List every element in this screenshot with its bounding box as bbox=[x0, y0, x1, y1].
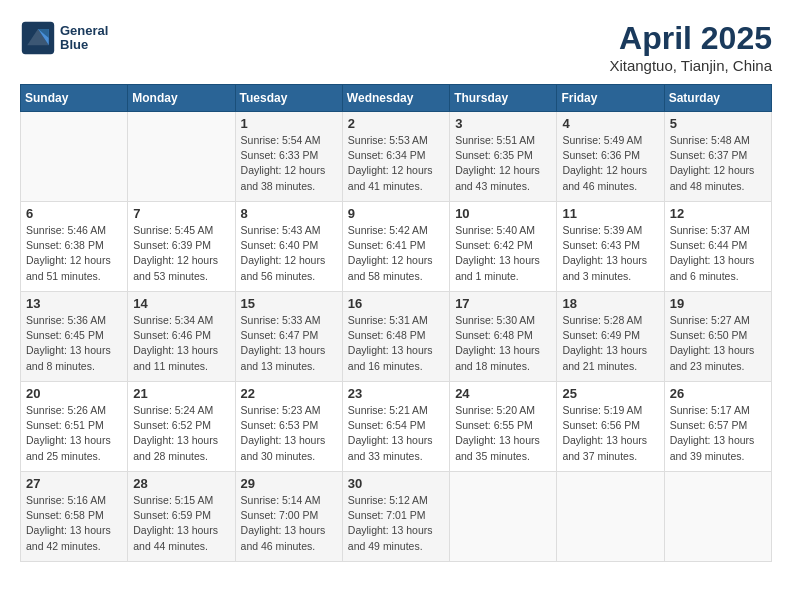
day-number: 5 bbox=[670, 116, 766, 131]
logo-icon bbox=[20, 20, 56, 56]
weekday-header: Tuesday bbox=[235, 85, 342, 112]
page-header: General Blue April 2025 Xitangtuo, Tianj… bbox=[20, 20, 772, 74]
day-number: 6 bbox=[26, 206, 122, 221]
calendar-cell: 4Sunrise: 5:49 AM Sunset: 6:36 PM Daylig… bbox=[557, 112, 664, 202]
weekday-header: Sunday bbox=[21, 85, 128, 112]
day-info: Sunrise: 5:43 AM Sunset: 6:40 PM Dayligh… bbox=[241, 223, 337, 284]
day-info: Sunrise: 5:51 AM Sunset: 6:35 PM Dayligh… bbox=[455, 133, 551, 194]
calendar-cell: 12Sunrise: 5:37 AM Sunset: 6:44 PM Dayli… bbox=[664, 202, 771, 292]
calendar-cell: 27Sunrise: 5:16 AM Sunset: 6:58 PM Dayli… bbox=[21, 472, 128, 562]
calendar-cell: 6Sunrise: 5:46 AM Sunset: 6:38 PM Daylig… bbox=[21, 202, 128, 292]
day-number: 13 bbox=[26, 296, 122, 311]
day-number: 19 bbox=[670, 296, 766, 311]
calendar-cell: 20Sunrise: 5:26 AM Sunset: 6:51 PM Dayli… bbox=[21, 382, 128, 472]
day-number: 1 bbox=[241, 116, 337, 131]
day-number: 17 bbox=[455, 296, 551, 311]
day-number: 22 bbox=[241, 386, 337, 401]
logo-line2: Blue bbox=[60, 38, 108, 52]
calendar-week-row: 6Sunrise: 5:46 AM Sunset: 6:38 PM Daylig… bbox=[21, 202, 772, 292]
day-number: 27 bbox=[26, 476, 122, 491]
calendar-cell: 13Sunrise: 5:36 AM Sunset: 6:45 PM Dayli… bbox=[21, 292, 128, 382]
day-number: 10 bbox=[455, 206, 551, 221]
title-block: April 2025 Xitangtuo, Tianjin, China bbox=[609, 20, 772, 74]
calendar-cell: 30Sunrise: 5:12 AM Sunset: 7:01 PM Dayli… bbox=[342, 472, 449, 562]
day-number: 8 bbox=[241, 206, 337, 221]
day-info: Sunrise: 5:34 AM Sunset: 6:46 PM Dayligh… bbox=[133, 313, 229, 374]
calendar-cell bbox=[128, 112, 235, 202]
weekday-header-row: SundayMondayTuesdayWednesdayThursdayFrid… bbox=[21, 85, 772, 112]
day-info: Sunrise: 5:24 AM Sunset: 6:52 PM Dayligh… bbox=[133, 403, 229, 464]
calendar-cell: 23Sunrise: 5:21 AM Sunset: 6:54 PM Dayli… bbox=[342, 382, 449, 472]
calendar-cell: 24Sunrise: 5:20 AM Sunset: 6:55 PM Dayli… bbox=[450, 382, 557, 472]
calendar-cell: 21Sunrise: 5:24 AM Sunset: 6:52 PM Dayli… bbox=[128, 382, 235, 472]
day-info: Sunrise: 5:53 AM Sunset: 6:34 PM Dayligh… bbox=[348, 133, 444, 194]
day-info: Sunrise: 5:26 AM Sunset: 6:51 PM Dayligh… bbox=[26, 403, 122, 464]
day-info: Sunrise: 5:19 AM Sunset: 6:56 PM Dayligh… bbox=[562, 403, 658, 464]
day-number: 16 bbox=[348, 296, 444, 311]
calendar-cell: 10Sunrise: 5:40 AM Sunset: 6:42 PM Dayli… bbox=[450, 202, 557, 292]
calendar-cell bbox=[557, 472, 664, 562]
logo-text: General Blue bbox=[60, 24, 108, 53]
day-number: 29 bbox=[241, 476, 337, 491]
calendar-week-row: 27Sunrise: 5:16 AM Sunset: 6:58 PM Dayli… bbox=[21, 472, 772, 562]
day-number: 9 bbox=[348, 206, 444, 221]
day-number: 2 bbox=[348, 116, 444, 131]
day-info: Sunrise: 5:45 AM Sunset: 6:39 PM Dayligh… bbox=[133, 223, 229, 284]
calendar-cell bbox=[21, 112, 128, 202]
calendar-cell bbox=[450, 472, 557, 562]
logo: General Blue bbox=[20, 20, 108, 56]
calendar-cell: 28Sunrise: 5:15 AM Sunset: 6:59 PM Dayli… bbox=[128, 472, 235, 562]
day-info: Sunrise: 5:20 AM Sunset: 6:55 PM Dayligh… bbox=[455, 403, 551, 464]
day-number: 15 bbox=[241, 296, 337, 311]
day-number: 4 bbox=[562, 116, 658, 131]
day-info: Sunrise: 5:40 AM Sunset: 6:42 PM Dayligh… bbox=[455, 223, 551, 284]
weekday-header: Wednesday bbox=[342, 85, 449, 112]
day-info: Sunrise: 5:16 AM Sunset: 6:58 PM Dayligh… bbox=[26, 493, 122, 554]
day-info: Sunrise: 5:12 AM Sunset: 7:01 PM Dayligh… bbox=[348, 493, 444, 554]
day-number: 3 bbox=[455, 116, 551, 131]
calendar-cell: 7Sunrise: 5:45 AM Sunset: 6:39 PM Daylig… bbox=[128, 202, 235, 292]
month-title: April 2025 bbox=[609, 20, 772, 57]
calendar-table: SundayMondayTuesdayWednesdayThursdayFrid… bbox=[20, 84, 772, 562]
day-info: Sunrise: 5:28 AM Sunset: 6:49 PM Dayligh… bbox=[562, 313, 658, 374]
day-info: Sunrise: 5:15 AM Sunset: 6:59 PM Dayligh… bbox=[133, 493, 229, 554]
calendar-cell: 2Sunrise: 5:53 AM Sunset: 6:34 PM Daylig… bbox=[342, 112, 449, 202]
day-info: Sunrise: 5:14 AM Sunset: 7:00 PM Dayligh… bbox=[241, 493, 337, 554]
calendar-cell: 25Sunrise: 5:19 AM Sunset: 6:56 PM Dayli… bbox=[557, 382, 664, 472]
calendar-cell: 29Sunrise: 5:14 AM Sunset: 7:00 PM Dayli… bbox=[235, 472, 342, 562]
day-info: Sunrise: 5:48 AM Sunset: 6:37 PM Dayligh… bbox=[670, 133, 766, 194]
day-info: Sunrise: 5:54 AM Sunset: 6:33 PM Dayligh… bbox=[241, 133, 337, 194]
calendar-cell: 3Sunrise: 5:51 AM Sunset: 6:35 PM Daylig… bbox=[450, 112, 557, 202]
calendar-cell: 14Sunrise: 5:34 AM Sunset: 6:46 PM Dayli… bbox=[128, 292, 235, 382]
calendar-cell: 16Sunrise: 5:31 AM Sunset: 6:48 PM Dayli… bbox=[342, 292, 449, 382]
day-info: Sunrise: 5:21 AM Sunset: 6:54 PM Dayligh… bbox=[348, 403, 444, 464]
day-number: 28 bbox=[133, 476, 229, 491]
calendar-cell: 9Sunrise: 5:42 AM Sunset: 6:41 PM Daylig… bbox=[342, 202, 449, 292]
day-info: Sunrise: 5:39 AM Sunset: 6:43 PM Dayligh… bbox=[562, 223, 658, 284]
calendar-cell: 15Sunrise: 5:33 AM Sunset: 6:47 PM Dayli… bbox=[235, 292, 342, 382]
day-info: Sunrise: 5:49 AM Sunset: 6:36 PM Dayligh… bbox=[562, 133, 658, 194]
day-info: Sunrise: 5:42 AM Sunset: 6:41 PM Dayligh… bbox=[348, 223, 444, 284]
calendar-cell: 8Sunrise: 5:43 AM Sunset: 6:40 PM Daylig… bbox=[235, 202, 342, 292]
day-info: Sunrise: 5:46 AM Sunset: 6:38 PM Dayligh… bbox=[26, 223, 122, 284]
weekday-header: Saturday bbox=[664, 85, 771, 112]
day-info: Sunrise: 5:23 AM Sunset: 6:53 PM Dayligh… bbox=[241, 403, 337, 464]
day-number: 14 bbox=[133, 296, 229, 311]
calendar-cell: 19Sunrise: 5:27 AM Sunset: 6:50 PM Dayli… bbox=[664, 292, 771, 382]
weekday-header: Friday bbox=[557, 85, 664, 112]
location: Xitangtuo, Tianjin, China bbox=[609, 57, 772, 74]
weekday-header: Monday bbox=[128, 85, 235, 112]
day-number: 18 bbox=[562, 296, 658, 311]
weekday-header: Thursday bbox=[450, 85, 557, 112]
day-info: Sunrise: 5:33 AM Sunset: 6:47 PM Dayligh… bbox=[241, 313, 337, 374]
day-info: Sunrise: 5:30 AM Sunset: 6:48 PM Dayligh… bbox=[455, 313, 551, 374]
day-number: 20 bbox=[26, 386, 122, 401]
calendar-cell: 11Sunrise: 5:39 AM Sunset: 6:43 PM Dayli… bbox=[557, 202, 664, 292]
day-number: 23 bbox=[348, 386, 444, 401]
calendar-cell bbox=[664, 472, 771, 562]
day-info: Sunrise: 5:17 AM Sunset: 6:57 PM Dayligh… bbox=[670, 403, 766, 464]
logo-line1: General bbox=[60, 24, 108, 38]
day-number: 30 bbox=[348, 476, 444, 491]
calendar-cell: 17Sunrise: 5:30 AM Sunset: 6:48 PM Dayli… bbox=[450, 292, 557, 382]
calendar-cell: 26Sunrise: 5:17 AM Sunset: 6:57 PM Dayli… bbox=[664, 382, 771, 472]
